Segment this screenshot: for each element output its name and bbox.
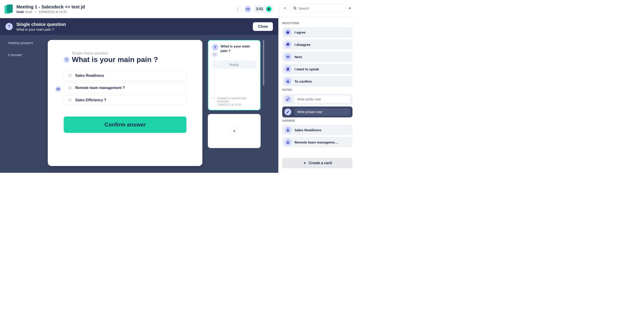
next-icon xyxy=(284,53,291,60)
feed-question-card[interactable]: ? GD What is your main pain ? Reply ⋮ Cr… xyxy=(208,40,260,110)
question-icon: ? xyxy=(64,57,70,63)
stop-timer-button[interactable] xyxy=(266,6,272,12)
add-card-slot: + xyxy=(208,114,260,148)
voter-avatar: GD xyxy=(56,86,61,92)
question-icon: ? xyxy=(6,23,13,30)
section-answer: ANSWER xyxy=(282,119,352,122)
card-type-label: Single choice question xyxy=(72,51,186,55)
reaction-disagree[interactable]: I disagree xyxy=(282,39,352,50)
search-input[interactable] xyxy=(298,6,342,10)
option-0[interactable]: Sales Readiness xyxy=(64,71,186,81)
search-field[interactable] xyxy=(290,4,345,13)
reaction-next[interactable]: Next xyxy=(282,52,352,62)
radio-icon xyxy=(68,86,72,90)
question-icon: ? xyxy=(212,44,218,50)
pencil-icon xyxy=(284,109,291,115)
reaction-speak[interactable]: I want to speak xyxy=(282,64,352,74)
hand-icon xyxy=(284,66,291,72)
person-icon xyxy=(284,127,291,133)
svg-point-3 xyxy=(294,7,296,9)
answer-count-label: 0 answer xyxy=(8,53,42,57)
timer-value: 3:51 xyxy=(256,7,263,11)
pencil-icon xyxy=(284,96,291,103)
question-card: Single choice question ? What is your ma… xyxy=(48,40,202,166)
waiting-answers-label: Waiting answers xyxy=(8,41,42,45)
thumb-down-icon xyxy=(284,41,291,48)
meeting-menu-button[interactable] xyxy=(235,6,241,12)
confirm-answer-button[interactable]: Confirm answer xyxy=(64,117,186,133)
created-by-label: Created by Gabriel Dabi-Schwebel xyxy=(217,97,256,103)
reaction-agree[interactable]: I agree xyxy=(282,27,352,37)
back-button[interactable] xyxy=(282,4,288,12)
created-at-label: 13/06/2022 at 14:54 xyxy=(217,103,256,106)
public-note-item[interactable]: Write public note xyxy=(282,94,352,105)
meeting-subtitle: Goal: Goal • 13/06/2022 at 14:51 xyxy=(16,10,231,14)
search-icon xyxy=(293,6,297,10)
timer-pill: 3:51 xyxy=(254,5,274,13)
status-panel: Waiting answers 0 answer xyxy=(8,40,42,166)
feed-question-text: What is your main pain ? xyxy=(220,44,256,53)
create-card-button[interactable]: Create a card xyxy=(282,158,352,168)
private-note-input[interactable]: Write private note xyxy=(294,108,350,116)
plus-icon xyxy=(303,161,306,165)
banner-title: Single choice question xyxy=(16,22,249,27)
banner-subtitle: What is your main pain ? xyxy=(16,27,249,31)
answer-item-1[interactable]: Remote team manageme… xyxy=(282,137,352,147)
add-card-button[interactable]: + xyxy=(230,127,238,135)
svg-point-2 xyxy=(238,10,238,10)
option-1[interactable]: Remote team management ? xyxy=(64,83,186,93)
reply-button[interactable]: Reply xyxy=(212,60,256,69)
author-avatar: GD xyxy=(212,52,218,57)
section-notes: NOTES xyxy=(282,88,352,92)
app-header: Meeting 1 - Salesdeck <> test jd Goal: G… xyxy=(0,0,278,18)
section-reactions: REACTIONS xyxy=(282,21,352,25)
thumb-up-icon xyxy=(284,29,291,36)
reaction-confirm[interactable]: To confirm xyxy=(282,76,352,87)
participant-avatar[interactable]: GD xyxy=(245,6,251,12)
meeting-title: Meeting 1 - Salesdeck <> test jd xyxy=(16,4,231,9)
close-button[interactable]: Close xyxy=(253,22,273,31)
question-banner: ? Single choice question What is your ma… xyxy=(0,18,278,35)
add-button[interactable] xyxy=(347,4,353,12)
svg-point-1 xyxy=(238,9,238,9)
private-note-item[interactable]: Write private note xyxy=(282,107,352,117)
feed-scrollbar[interactable] xyxy=(263,40,264,166)
person-icon xyxy=(284,139,291,146)
card-question: What is your main pain ? xyxy=(72,55,158,64)
svg-point-5 xyxy=(287,141,288,142)
radio-icon xyxy=(68,74,72,78)
radio-icon xyxy=(68,98,72,102)
option-2[interactable]: Sales Efficiency ? xyxy=(64,95,186,105)
actions-sidebar: REACTIONS I agree I disagree Next I want… xyxy=(278,0,356,173)
warn-icon xyxy=(284,78,291,85)
feed-card-menu[interactable]: ⋮ xyxy=(212,97,215,99)
public-note-input[interactable]: Write public note xyxy=(294,96,350,103)
svg-point-4 xyxy=(287,129,288,130)
app-logo xyxy=(4,4,13,14)
answer-item-0[interactable]: Sales Readiness xyxy=(282,125,352,135)
svg-point-0 xyxy=(238,8,238,8)
